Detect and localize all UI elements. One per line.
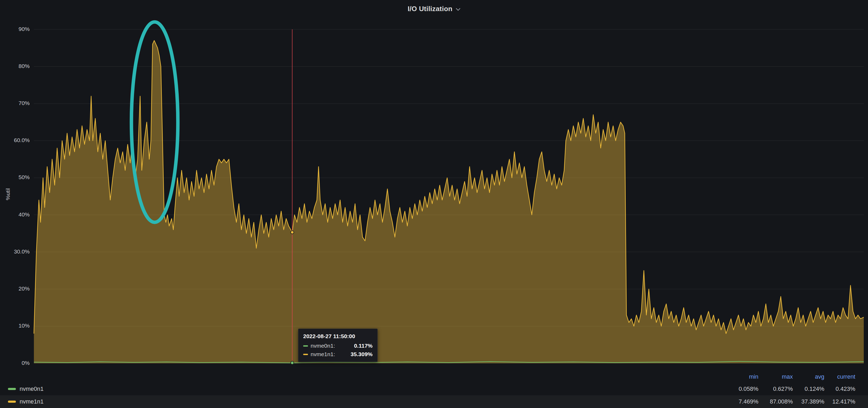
chart-area[interactable]: 0%10%20%30.0%40%50%60.0%70%80%90% %util … xyxy=(0,18,868,371)
legend-value-current: 12.417% xyxy=(824,398,855,405)
series-swatch-nvme1n1[interactable] xyxy=(8,401,16,403)
tooltip-series-name: nvme0n1: xyxy=(311,343,335,349)
series-label-nvme0n1[interactable]: nvme0n1 xyxy=(20,385,44,393)
tooltip-timestamp: 2022-08-27 11:50:00 xyxy=(303,333,373,339)
tooltip-series-value: 0.117% xyxy=(354,343,373,349)
legend-row-nvme1n1: nvme1n1 7.469% 87.008% 37.389% 12.417% xyxy=(0,395,868,408)
panel-header: I/O Utilization xyxy=(0,0,868,18)
hover-tooltip: 2022-08-27 11:50:00 nvme0n1: 0.117% nvme… xyxy=(298,329,378,362)
y-axis-title: %util xyxy=(5,188,11,200)
io-utilization-chart[interactable]: 0%10%20%30.0%40%50%60.0%70%80%90% xyxy=(0,18,868,371)
series-swatch-nvme1n1 xyxy=(303,354,308,355)
svg-text:20%: 20% xyxy=(19,285,30,292)
legend-col-current[interactable]: current xyxy=(824,373,855,380)
tooltip-series-value: 35.309% xyxy=(350,351,373,358)
series-swatch-nvme0n1[interactable] xyxy=(8,388,16,390)
svg-text:80%: 80% xyxy=(19,63,30,69)
legend-value-min: 7.469% xyxy=(719,398,758,405)
series-label-nvme1n1[interactable]: nvme1n1 xyxy=(20,398,44,405)
svg-text:0%: 0% xyxy=(22,360,30,366)
legend-value-current: 0.423% xyxy=(824,385,855,393)
legend-value-min: 0.058% xyxy=(719,385,758,393)
chevron-down-icon[interactable] xyxy=(456,8,461,11)
legend-value-max: 87.008% xyxy=(758,398,793,405)
svg-text:30.0%: 30.0% xyxy=(14,248,30,254)
tooltip-series-name: nvme1n1: xyxy=(311,351,335,358)
tooltip-row: nvme1n1: 35.309% xyxy=(303,351,373,358)
legend-value-avg: 0.124% xyxy=(793,385,824,393)
svg-text:60.0%: 60.0% xyxy=(14,137,30,143)
panel-title[interactable]: I/O Utilization xyxy=(407,5,452,13)
svg-text:70%: 70% xyxy=(19,100,30,106)
legend-col-max[interactable]: max xyxy=(758,373,793,380)
svg-text:50%: 50% xyxy=(19,174,30,180)
legend-header-row: min max avg current xyxy=(0,371,868,383)
io-utilization-panel: I/O Utilization 0%10%20%30.0%40%50%60.0%… xyxy=(0,0,868,408)
tooltip-row: nvme0n1: 0.117% xyxy=(303,343,373,349)
svg-text:90%: 90% xyxy=(19,26,30,32)
legend-row-nvme0n1: nvme0n1 0.058% 0.627% 0.124% 0.423% xyxy=(0,383,868,395)
legend-value-avg: 37.389% xyxy=(793,398,824,405)
svg-text:40%: 40% xyxy=(19,211,30,217)
series-swatch-nvme0n1 xyxy=(303,345,308,347)
svg-text:10%: 10% xyxy=(19,322,30,329)
legend: min max avg current nvme0n1 0.058% 0.627… xyxy=(0,371,868,408)
legend-value-max: 0.627% xyxy=(758,385,793,393)
legend-col-min[interactable]: min xyxy=(719,373,758,380)
legend-col-avg[interactable]: avg xyxy=(793,373,824,380)
